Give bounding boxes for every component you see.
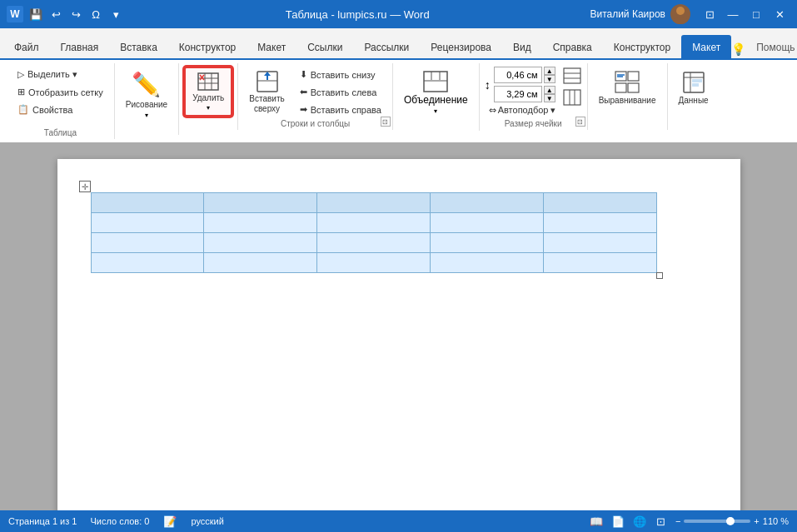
table-cell[interactable] — [430, 193, 543, 213]
table-cell[interactable] — [430, 213, 543, 233]
tab-layout-top[interactable]: Макет — [247, 35, 296, 58]
redo-qa-button[interactable]: ↪ — [67, 5, 85, 23]
tab-view[interactable]: Вид — [502, 35, 542, 58]
width-arrows: ▲ ▼ — [544, 86, 555, 102]
focus-icon[interactable]: ⊡ — [654, 514, 669, 529]
table-cell[interactable] — [543, 233, 656, 253]
quick-access-toolbar: 💾 ↩ ↪ Ω ▾ — [27, 5, 125, 23]
svg-rect-26 — [628, 83, 639, 92]
table-cell[interactable] — [204, 213, 317, 233]
insert-left-button[interactable]: ⬅ Вставить слева — [294, 84, 387, 100]
drawing-icon: ✏️ — [132, 71, 161, 98]
insert-right-button[interactable]: ➡ Вставить справа — [294, 102, 387, 117]
word-icon: W — [7, 6, 23, 22]
height-up-arrow[interactable]: ▲ — [544, 67, 555, 75]
tab-references[interactable]: Ссылки — [296, 35, 353, 58]
tab-review[interactable]: Рецензирова — [420, 35, 502, 58]
table-cell[interactable] — [317, 213, 431, 233]
table-cell[interactable] — [204, 253, 317, 273]
zoom-slider-track[interactable] — [684, 520, 750, 523]
web-view-icon[interactable]: 🌐 — [632, 514, 647, 529]
cursor-icon: ▷ — [17, 69, 24, 80]
drawing-button[interactable]: ✏️ Рисование ▾ — [120, 67, 173, 123]
height-input[interactable] — [494, 67, 542, 83]
tab-help[interactable]: Справка — [542, 35, 603, 58]
distribute-rows-button[interactable] — [562, 67, 582, 85]
width-up-arrow[interactable]: ▲ — [544, 86, 555, 94]
tab-constructor2[interactable]: Конструктор — [603, 35, 681, 58]
maximize-button[interactable]: □ — [745, 3, 767, 25]
tab-home[interactable]: Главная — [50, 35, 110, 58]
insert-below-button[interactable]: ⬇ Вставить снизу — [294, 67, 387, 82]
omega-qa-button[interactable]: Ω — [87, 5, 105, 23]
word-count: Число слов: 0 — [90, 516, 149, 526]
insert-below-label: Вставить снизу — [311, 70, 376, 80]
zoom-control: − + 110 % — [675, 516, 789, 526]
autofill-label: Автоподбор ▾ — [498, 105, 556, 116]
merge-button[interactable]: Объединение ▾ — [398, 67, 474, 119]
ribbon: Файл Главная Вставка Конструктор Макет С… — [0, 28, 797, 142]
height-down-arrow[interactable]: ▼ — [544, 75, 555, 83]
ribbon-content: ▷ Выделить ▾ ⊞ Отобразить сетку 📋 Свойст… — [0, 58, 797, 142]
properties-icon: 📋 — [17, 104, 29, 115]
table-resize-handle[interactable] — [656, 272, 663, 279]
doc-page: ✛ — [57, 159, 740, 532]
table-cell[interactable] — [543, 193, 656, 213]
restore-button[interactable]: ⊡ — [699, 3, 720, 25]
align-button[interactable]: Выравнивание — [593, 67, 662, 110]
table-cell[interactable] — [317, 233, 431, 253]
table-cell[interactable] — [317, 253, 431, 273]
tab-maker[interactable]: Макет — [681, 35, 731, 58]
width-input[interactable] — [494, 86, 542, 102]
table-cell[interactable] — [91, 233, 204, 253]
svg-rect-25 — [615, 83, 626, 92]
tab-constructor[interactable]: Конструктор — [168, 35, 247, 58]
table-cell[interactable] — [430, 253, 543, 273]
table-cell[interactable] — [543, 253, 656, 273]
close-button[interactable]: ✕ — [769, 3, 790, 25]
table-move-handle[interactable]: ✛ — [79, 181, 91, 192]
table-row — [91, 233, 656, 253]
undo-qa-button[interactable]: ↩ — [47, 5, 65, 23]
status-right: 📖 📄 🌐 ⊡ − + 110 % — [589, 514, 789, 529]
lightbulb-icon[interactable]: 💡 — [731, 40, 745, 58]
page-info: Страница 1 из 1 — [8, 516, 77, 526]
save-qa-button[interactable]: 💾 — [27, 5, 45, 23]
table-cell[interactable] — [91, 193, 204, 213]
insert-left-label: Вставить слева — [311, 87, 377, 97]
select-button[interactable]: ▷ Выделить ▾ — [12, 67, 109, 82]
svg-rect-33 — [692, 83, 699, 87]
table-cell[interactable] — [91, 253, 204, 273]
properties-button[interactable]: 📋 Свойства — [12, 102, 109, 117]
zoom-minus-button[interactable]: − — [675, 516, 680, 526]
proofing-icon[interactable]: 📝 — [162, 514, 177, 529]
rowscols-expand-button[interactable]: ⊡ — [381, 117, 391, 127]
cellsize-expand-button[interactable]: ⊡ — [575, 117, 585, 127]
table-cell[interactable] — [204, 233, 317, 253]
data-button[interactable]: Данные — [673, 67, 715, 110]
insert-above-button[interactable]: Вставитьсверху — [243, 67, 290, 118]
tab-file[interactable]: Файл — [3, 35, 50, 58]
width-down-arrow[interactable]: ▼ — [544, 94, 555, 102]
print-layout-icon[interactable]: 📄 — [610, 514, 625, 529]
qa-dropdown-button[interactable]: ▾ — [107, 5, 125, 23]
insert-above-label: Вставитьсверху — [249, 94, 284, 114]
user-avatar[interactable] — [670, 4, 690, 24]
autofill-button[interactable]: ⇔ Автоподбор ▾ — [485, 102, 582, 118]
drawing-dropdown-icon: ▾ — [145, 112, 148, 119]
table-cell[interactable] — [430, 233, 543, 253]
tab-mailings[interactable]: Рассылки — [353, 35, 420, 58]
table-cell[interactable] — [91, 213, 204, 233]
table-cell[interactable] — [543, 213, 656, 233]
zoom-plus-button[interactable]: + — [754, 516, 759, 526]
read-mode-icon[interactable]: 📖 — [589, 514, 604, 529]
title-text: Таблица - lumpics.ru — Word — [125, 8, 590, 21]
tab-insert[interactable]: Вставка — [109, 35, 168, 58]
table-row — [91, 213, 656, 233]
table-cell[interactable] — [204, 193, 317, 213]
tab-assistance[interactable]: Помощь — [745, 35, 797, 58]
delete-button[interactable]: Удалить ▾ — [184, 67, 232, 117]
table-cell[interactable] — [317, 193, 431, 213]
show-grid-button[interactable]: ⊞ Отобразить сетку — [12, 84, 109, 100]
minimize-button[interactable]: — — [722, 3, 744, 25]
